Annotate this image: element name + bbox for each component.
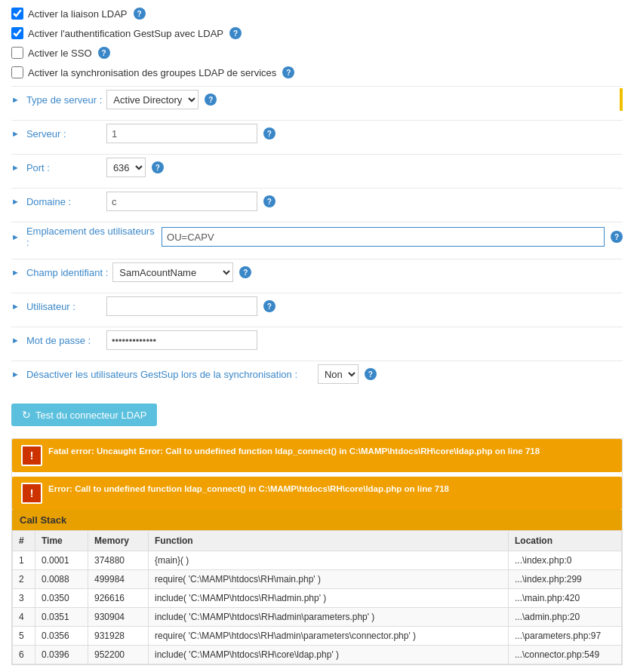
field-row-champ-id: ► Champ identifiant : SamAcountName user… [11,259,623,285]
help-icon-1[interactable]: ? [134,8,146,20]
label-domaine: Domaine : [26,196,102,207]
input-utilisateur[interactable] [106,296,257,316]
label-mot-de-passe: Mot de passe : [26,335,102,346]
checkbox-row-3: Activer le SSO ? [11,47,623,59]
help-icon-desactiver[interactable]: ? [365,368,377,380]
field-row-domaine: ► Domaine : ? [11,188,623,214]
yellow-indicator [620,88,623,111]
cell-loc: ...\index.php:0 [509,551,622,570]
select-champ-id[interactable]: SamAcountName userPrincipalName mail [112,262,233,282]
cb-sso[interactable] [11,47,23,59]
cell-memory: 952200 [88,646,149,664]
cell-memory: 926616 [88,589,149,608]
help-icon-type-serveur[interactable]: ? [205,94,217,106]
field-row-desactiver: ► Désactiver les utilisateurs GestSup lo… [11,361,623,387]
callstack-header: Call Stack [12,510,622,530]
table-row: 2 0.0088 499984 require( 'C:\MAMP\htdocs… [13,570,622,589]
input-serveur[interactable] [106,124,257,143]
arrow-desactiver: ► [11,370,20,379]
error-block-1: ! Fatal error: Uncaught Error: Call to u… [12,439,622,472]
cb-liaison-ldap-label: Activer la liaison LDAP [28,8,128,20]
test-connector-button[interactable]: ↻ Test du connecteur LDAP [11,404,157,426]
label-utilisateur: Utilisateur : [26,301,102,312]
cb-sync-groups[interactable] [11,66,23,78]
checkbox-row-1: Activer la liaison LDAP ? [11,8,623,20]
cell-time: 0.0396 [35,646,88,664]
table-row: 6 0.0396 952200 include( 'C:\MAMP\htdocs… [13,646,622,664]
error-text-1: Fatal error: Uncaught Error: Call to und… [48,445,540,457]
input-domaine[interactable] [106,192,257,211]
table-row: 1 0.0001 374880 {main}( ) ...\index.php:… [13,551,622,570]
table-row: 5 0.0356 931928 require( 'C:\MAMP\htdocs… [13,627,622,646]
callstack-table: # Time Memory Function Location 1 0.0001… [12,530,622,664]
col-header-time: Time [35,531,88,551]
label-emplacement: Emplacement des utilisateurs : [26,226,157,248]
cell-memory: 499984 [88,570,149,589]
label-desactiver: Désactiver les utilisateurs GestSup lors… [26,369,313,380]
arrow-utilisateur: ► [11,302,20,311]
col-header-num: # [13,531,35,551]
cb-auth-ldap[interactable] [11,27,23,39]
col-header-function: Function [149,531,509,551]
label-serveur: Serveur : [26,128,102,140]
cell-time: 0.0350 [35,589,88,608]
cell-memory: 931928 [88,627,149,646]
col-header-memory: Memory [88,531,149,551]
cb-sso-label: Activer le SSO [28,48,92,59]
arrow-port: ► [11,163,20,172]
cell-num: 2 [13,570,35,589]
cell-num: 1 [13,551,35,570]
cb-sync-groups-label: Activer la synchronisation des groupes L… [28,67,276,78]
error-text-2: Error: Call to undefined function ldap_c… [48,483,449,495]
cell-memory: 374880 [88,551,149,570]
table-row: 4 0.0351 930904 include( 'C:\MAMP\htdocs… [13,608,622,627]
select-port[interactable]: 389 636 [106,158,146,177]
error-container: ! Fatal error: Uncaught Error: Call to u… [11,438,623,665]
select-type-serveur[interactable]: Active Directory OpenLDAP [106,90,199,109]
table-header-row: # Time Memory Function Location [13,531,622,551]
label-champ-id: Champ identifiant : [26,267,108,278]
col-header-location: Location [509,531,622,551]
field-row-mot-de-passe: ► Mot de passe : [11,327,623,353]
help-icon-3[interactable]: ? [98,47,110,59]
label-type-serveur: Type de serveur : [26,94,102,106]
test-button-label: Test du connecteur LDAP [35,410,146,421]
cb-liaison-ldap[interactable] [11,8,23,20]
error-block-2: ! Error: Call to undefined function ldap… [12,477,622,510]
arrow-emplacement: ► [11,232,20,241]
input-mot-de-passe[interactable] [106,330,257,350]
help-icon-2[interactable]: ? [229,27,242,39]
cell-func: require( 'C:\MAMP\htdocs\RH\admin\parame… [149,627,509,646]
help-icon-4[interactable]: ? [282,66,294,78]
arrow-serveur: ► [11,129,20,138]
error-icon-2: ! [21,483,42,504]
label-port: Port : [26,162,102,173]
help-icon-champ-id[interactable]: ? [239,266,251,278]
cb-auth-ldap-label: Activer l'authentification GestSup avec … [28,28,223,39]
help-icon-emplacement[interactable]: ? [611,231,623,243]
callstack-title: Call Stack [20,514,66,526]
help-icon-serveur[interactable]: ? [263,127,275,140]
input-emplacement[interactable] [162,227,605,247]
cell-func: include( 'C:\MAMP\htdocs\RH\core\ldap.ph… [149,646,509,664]
field-row-serveur: ► Serveur : ? [11,120,623,146]
cell-func: include( 'C:\MAMP\htdocs\RH\admin\parame… [149,608,509,627]
cell-num: 6 [13,646,35,664]
help-icon-domaine[interactable]: ? [263,195,275,207]
checkbox-row-2: Activer l'authentification GestSup avec … [11,27,623,39]
cell-num: 3 [13,589,35,608]
select-desactiver[interactable]: Non Oui [318,364,359,384]
cell-func: require( 'C:\MAMP\htdocs\RH\main.php' ) [149,570,509,589]
sync-icon: ↻ [22,409,31,421]
help-icon-utilisateur[interactable]: ? [263,300,275,312]
help-icon-port[interactable]: ? [152,161,164,173]
field-row-type-serveur: ► Type de serveur : Active Directory Ope… [11,86,623,112]
cell-func: {main}( ) [149,551,509,570]
cell-loc: ...\main.php:420 [509,589,622,608]
field-row-emplacement: ► Emplacement des utilisateurs : ? [11,222,623,251]
arrow-champ-id: ► [11,268,20,277]
cell-time: 0.0351 [35,608,88,627]
cell-num: 5 [13,627,35,646]
cell-loc: ...\connector.php:549 [509,646,622,664]
cell-time: 0.0088 [35,570,88,589]
